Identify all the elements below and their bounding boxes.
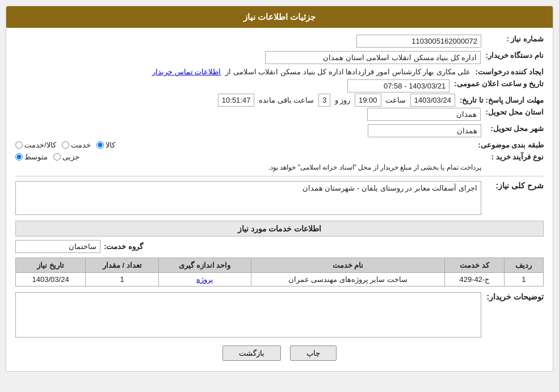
cell-row-num: 1 bbox=[504, 273, 543, 286]
creator-name: علی مکاری بهار کارشناس امور قراردادها اد… bbox=[225, 68, 470, 76]
buttons-row: چاپ بازگشت bbox=[15, 345, 544, 361]
city-box: همدان bbox=[368, 124, 481, 137]
purchase-note: پرداخت تمام یا بخشی از مبلغ خریدار از مح… bbox=[15, 163, 481, 171]
creator-row: ایجاد کننده درخواست: علی مکاری بهار کارش… bbox=[15, 68, 544, 76]
service-group-label: گروه خدمت: bbox=[104, 242, 143, 251]
description-value: اجرای آسفالت معابر در روستای یلفان - شهر… bbox=[15, 181, 481, 215]
service-group-row: گروه خدمت: ساختمان bbox=[15, 240, 544, 253]
card-header: جزئیات اطلاعات نیاز bbox=[6, 6, 553, 28]
purchase-motevaset-label: متوسط bbox=[24, 153, 48, 161]
col-quantity: تعداد / مقدار bbox=[86, 258, 159, 273]
col-unit: واحد اندازه گیری bbox=[159, 258, 251, 273]
back-button[interactable]: بازگشت bbox=[222, 345, 281, 361]
services-table: ردیف کد خدمت نام خدمت واحد اندازه گیری ت… bbox=[15, 258, 544, 286]
buyer-desc-value bbox=[15, 292, 481, 338]
need-number-row: شماره نیاز : 1103005162000072 bbox=[15, 35, 544, 48]
purchase-motevaset-item: متوسط bbox=[15, 153, 48, 161]
purchase-jozi-label: جزیی bbox=[62, 153, 79, 161]
category-kala-radio[interactable] bbox=[96, 141, 104, 149]
category-khedmat-label: خدمت bbox=[71, 141, 91, 149]
province-row: استان محل تحویل: همدان bbox=[15, 108, 544, 121]
category-kala-khedmat-item: کالا/خدمت bbox=[15, 141, 56, 149]
category-khedmat-radio[interactable] bbox=[62, 141, 69, 149]
card-body: شماره نیاز : 1103005162000072 نام دستگاه… bbox=[6, 28, 553, 371]
city-label: شهر محل تحویل: bbox=[481, 124, 544, 133]
col-need-date: تاریخ نیاز bbox=[16, 258, 86, 273]
category-khedmat-item: خدمت bbox=[62, 141, 91, 149]
page-title: جزئیات اطلاعات نیاز bbox=[243, 12, 316, 22]
purchase-motevaset-radio[interactable] bbox=[15, 153, 23, 161]
table-row: 1ج-42-429ساخت سایر پروژه‌های مهندسی عمرا… bbox=[16, 273, 544, 286]
category-radios: کالا/خدمت خدمت کالا bbox=[15, 141, 473, 149]
buyer-desc-label: توضیحات خریدار: bbox=[481, 292, 544, 301]
purchase-type-radio-group: متوسط جزیی bbox=[15, 153, 481, 161]
purchase-jozi-radio[interactable] bbox=[53, 153, 61, 161]
divider-1 bbox=[15, 176, 544, 176]
creator-label: ایجاد کننده درخواست: bbox=[470, 68, 544, 76]
category-kala-khedmat-label: کالا/خدمت bbox=[24, 141, 56, 149]
description-label: شرح کلی نیاز: bbox=[481, 181, 544, 190]
purchase-type-label: نوع فرآیند خرید : bbox=[481, 153, 544, 161]
cell-quantity: 1 bbox=[86, 273, 159, 286]
creator-contact-link[interactable]: اطلاعات تماس خریدار bbox=[152, 68, 221, 76]
announcement-date-label: تاریخ و ساعت اعلان عمومی: bbox=[449, 79, 544, 88]
cell-service-name: ساخت سایر پروژه‌های مهندسی عمران bbox=[251, 273, 444, 286]
province-box: همدان bbox=[367, 108, 481, 121]
city-row: شهر محل تحویل: همدان bbox=[15, 124, 544, 137]
category-kala-label: کالا bbox=[106, 141, 115, 149]
buyer-desc-row: توضیحات خریدار: bbox=[15, 292, 544, 338]
cell-need-date: 1403/03/24 bbox=[16, 273, 86, 286]
purchase-type-radios: متوسط جزیی پرداخت تمام یا بخشی از مبلغ خ… bbox=[15, 153, 481, 171]
creator-value: علی مکاری بهار کارشناس امور قراردادها اد… bbox=[15, 68, 470, 76]
deadline-time-label: ساعت bbox=[385, 96, 406, 104]
announcement-date-row: تاریخ و ساعت اعلان عمومی: 1403/03/21 - 0… bbox=[15, 79, 544, 92]
requester-label: نام دستگاه خریدار: bbox=[481, 51, 544, 60]
need-number-value: 1103005162000072 bbox=[15, 35, 481, 48]
main-card: جزئیات اطلاعات نیاز شماره نیاز : 1103005… bbox=[6, 6, 553, 372]
deadline-label: مهلت ارسال پاسخ: تا تاریخ: bbox=[455, 96, 544, 104]
requester-row: نام دستگاه خریدار: اداره کل بنیاد مسکن ا… bbox=[15, 51, 544, 64]
city-value: همدان bbox=[15, 124, 481, 137]
category-radio-group: کالا/خدمت خدمت کالا bbox=[15, 141, 473, 149]
purchase-jozi-item: جزیی bbox=[53, 153, 79, 161]
col-service-name: نام خدمت bbox=[251, 258, 444, 273]
description-box: اجرای آسفالت معابر در روستای یلفان - شهر… bbox=[15, 181, 481, 215]
cell-unit[interactable]: پروژه bbox=[159, 273, 251, 286]
deadline-days: 3 bbox=[318, 94, 330, 107]
print-button[interactable]: چاپ bbox=[290, 345, 337, 361]
page-wrapper: جزئیات اطلاعات نیاز شماره نیاز : 1103005… bbox=[0, 0, 559, 377]
cell-service-code: ج-42-429 bbox=[445, 273, 505, 286]
deadline-remain-label: ساعت باقی مانده bbox=[259, 96, 314, 104]
deadline-remain: 10:51:47 bbox=[218, 94, 255, 107]
services-section-title: اطلاعات خدمات مورد نیاز bbox=[15, 221, 544, 237]
purchase-type-row: نوع فرآیند خرید : متوسط جزیی پرداخت تمام… bbox=[15, 153, 544, 171]
need-number-label: شماره نیاز : bbox=[481, 35, 544, 43]
announcement-date-value: 1403/03/21 - 07:58 bbox=[15, 79, 449, 92]
province-label: استان محل تحویل: bbox=[481, 108, 544, 116]
description-row: شرح کلی نیاز: اجرای آسفالت معابر در روست… bbox=[15, 181, 544, 215]
deadline-row: مهلت ارسال پاسخ: تا تاریخ: 1403/03/24 سا… bbox=[15, 96, 544, 104]
requester-value: اداره کل بنیاد مسکن انقلاب اسلامی استان … bbox=[15, 51, 481, 64]
service-group-box: ساختمان bbox=[15, 240, 100, 253]
buyer-desc-box bbox=[15, 292, 481, 338]
deadline-date: 1403/03/24 bbox=[410, 94, 455, 107]
deadline-time: 19:00 bbox=[355, 94, 381, 107]
requester-box: اداره کل بنیاد مسکن انقلاب اسلامی استان … bbox=[265, 51, 481, 64]
col-service-code: کد خدمت bbox=[445, 258, 505, 273]
category-kala-khedmat-radio[interactable] bbox=[15, 141, 23, 149]
deadline-day-label: روز و bbox=[335, 96, 351, 104]
province-value: همدان bbox=[15, 108, 481, 121]
category-kala-item: کالا bbox=[96, 141, 115, 149]
announcement-date-box: 1403/03/21 - 07:58 bbox=[347, 79, 449, 92]
deadline-values: 1403/03/24 ساعت 19:00 روز و 3 ساعت باقی … bbox=[15, 96, 455, 104]
need-number-box: 1103005162000072 bbox=[356, 35, 481, 48]
col-row-num: ردیف bbox=[504, 258, 543, 273]
category-row: طبقه بندی موضوعی: کالا/خدمت خدمت کالا bbox=[15, 141, 544, 149]
category-label: طبقه بندی موضوعی: bbox=[473, 141, 544, 149]
